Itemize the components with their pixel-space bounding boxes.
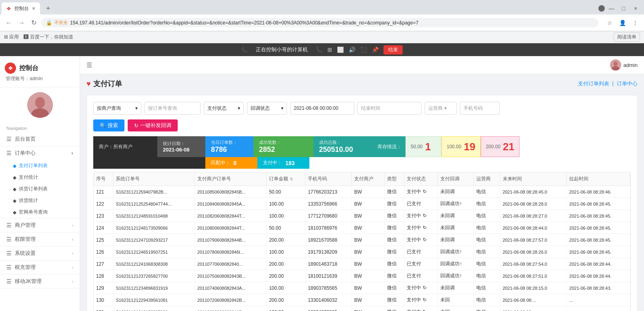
address-bar-input[interactable]: 🔒 不安全 154.197.48.141/admin/order/listOrd… (41, 18, 598, 27)
new-tab-btn[interactable]: + (42, 3, 54, 14)
settings-btn[interactable]: ⋮ (630, 18, 640, 28)
bookmark-btn[interactable]: ☆ (605, 18, 614, 28)
sidebar-item-system[interactable]: ☰ 系统设置 › (0, 246, 80, 260)
sidebar-item-supply-stats[interactable]: ◆ 供货统计 (6, 195, 80, 206)
cell-carrier[interactable]: 电信 (473, 246, 500, 258)
end-time-filter[interactable]: 结束时间 (357, 102, 421, 115)
success-count-label: 成功笔数： (259, 139, 308, 145)
cell-carrier[interactable]: 电信 (473, 294, 500, 306)
cell-carrier[interactable]: 电信 (473, 258, 500, 270)
cell-merchant-order: 20110780608082846I... (195, 246, 267, 258)
col-sys-order: 系统订单号 (113, 172, 195, 186)
carrier-filter[interactable]: 运营商 ▾ (425, 102, 457, 115)
cell-end-time: 2021-06-08 08:28:45.0 (500, 186, 567, 198)
table-row[interactable]: 123 S16231121248591010498 20110820608082… (94, 210, 630, 222)
minimize-btn[interactable]: — (606, 3, 617, 14)
cell-carrier[interactable]: 电信 (473, 270, 500, 282)
cell-amount: 100.00 (267, 210, 305, 222)
table-row[interactable]: 122 S16231121252548047744... 20110840608… (94, 198, 630, 210)
search-icon: 🔍 (100, 123, 106, 129)
table-row[interactable]: 124 S16231121248173509066 20110800608082… (94, 222, 630, 234)
refresh-btn[interactable]: ↻ (30, 18, 38, 27)
sidebar-item-perm[interactable]: ☰ 权限管理 › (0, 232, 80, 246)
col-phone: 手机号码 (305, 172, 352, 186)
cell-type: 微信 (384, 246, 404, 258)
remote-banner: 📞 正在控制小哥的计算机 📞 ⊞ ⬜ 🔊 ⬛ 📌 结束 (0, 43, 644, 56)
cell-merchant: BW (352, 198, 385, 210)
cell-merchant-order: 20110840608082845A... (195, 198, 267, 210)
sidebar: ❖ 控制台 管理账号：admin Navigation ☰ 后台首页 (0, 56, 80, 311)
table-row[interactable]: 121 S16231121259407982B... 2011085060808… (94, 186, 630, 198)
sidebar-item-supply-list[interactable]: ◆ 供货订单列表 (6, 183, 80, 195)
cell-carrier[interactable]: 电信 (473, 282, 500, 294)
col-merchant: 支付商户 (352, 172, 385, 186)
order-number-filter[interactable]: 按订单号查询 (144, 102, 201, 115)
cell-end-time: 2021-06-08 08:28:27.0 (500, 210, 567, 222)
cell-carrier[interactable]: 电信 (473, 306, 500, 311)
cell-carrier[interactable]: 电信 (473, 198, 500, 210)
perm-label: 权限管理 (15, 236, 36, 243)
cell-seq: 124 (94, 222, 113, 234)
toolbar-apps[interactable]: ⊞ 应用 (4, 34, 19, 40)
profile-btn[interactable]: 👤 (618, 18, 627, 28)
resend-btn[interactable]: ↻ 一键补发回调 (128, 119, 178, 131)
phone-filter[interactable]: 手机号码 (460, 102, 500, 115)
table-row[interactable]: 126 S16231121246519507251 20110780608082… (94, 246, 630, 258)
orders-menu-icon: ☰ (6, 150, 12, 156)
start-time-filter[interactable]: 2021-06-08 00:00:00 (290, 102, 354, 115)
tab-close-btn[interactable]: × (32, 5, 35, 12)
sidebar-item-payment-list[interactable]: ◆ 支付订单列表 (6, 160, 80, 172)
col-amount[interactable]: 订单金额 ⇅ (267, 172, 305, 186)
back-btn[interactable]: ← (4, 18, 14, 27)
bottom-spacer (93, 157, 205, 169)
orders-submenu: ◆ 支付订单列表 ◆ 支付统计 ◆ 供货订单列表 ◆ 供货统计 ◆ 官网单号 (0, 160, 80, 218)
sidebar-item-orders[interactable]: ☰ 订单中心 ▾ (0, 146, 80, 160)
cell-carrier[interactable]: 电信 (473, 222, 500, 234)
remote-icon-6[interactable]: 📌 (372, 46, 379, 53)
search-btn[interactable]: 🔍 搜索 (93, 119, 124, 131)
end-remote-btn[interactable]: 结束 (383, 45, 403, 55)
table-row[interactable]: 125 S16231121247109293217 20110790608082… (94, 234, 630, 246)
browser-tab[interactable]: ❖ 控制台 × (2, 2, 40, 14)
remote-icon-3[interactable]: ⬜ (337, 46, 344, 53)
cell-end-time: 2021-06-08 08:28:44.0 (500, 222, 567, 234)
merchant-filter[interactable]: 按商户查询 ▾ (93, 102, 141, 115)
col-carrier: 运营商 (473, 172, 500, 186)
cell-carrier[interactable]: 电信 (473, 186, 500, 198)
close-btn[interactable]: × (630, 3, 641, 14)
cell-sys-order: S16231121212156287939 (113, 306, 195, 311)
breadcrumb-order[interactable]: 订单中心 (617, 80, 638, 87)
cell-end-time: 2021-06-08 08:27:57.0 (500, 234, 567, 246)
table-row[interactable]: 130 S16231121229439561081 20110720608082… (94, 294, 630, 306)
sidebar-item-payment-stats[interactable]: ◆ 支付统计 (6, 172, 80, 183)
remote-icon-1[interactable]: 📞 (316, 46, 323, 53)
table-row[interactable]: 129 S16231121234896831919 20110740608082… (94, 282, 630, 294)
table-row[interactable]: 131 S16231121212156287939 20110690608082… (94, 306, 630, 311)
sidebar-item-home[interactable]: ☰ 后台首页 (0, 132, 80, 146)
remote-icon-5[interactable]: ⬛ (360, 46, 367, 53)
reading-mode-btn[interactable]: 阅读清单 (614, 32, 640, 42)
cell-carrier[interactable]: 电信 (473, 234, 500, 246)
browser-menu-btn[interactable] (598, 5, 605, 12)
sidebar-item-merchant[interactable]: ☰ 商户管理 › (0, 218, 80, 232)
sidebar-item-mobile[interactable]: ☰ 移动JK管理 › (0, 275, 80, 288)
payment-status-filter[interactable]: 支付状态 ▾ (204, 102, 244, 115)
maximize-btn[interactable]: □ (618, 3, 629, 14)
cell-merchant: BW (352, 210, 385, 222)
url-text: 154.197.48.141/admin/order/listOrder?ord… (70, 20, 594, 26)
daily-orders-label: 当日订单数： (211, 139, 248, 145)
table-row[interactable]: 127 S16231121241068308308 20110770608082… (94, 258, 630, 270)
table-row[interactable]: 128 S16231121237265827700 20110750608082… (94, 270, 630, 282)
remote-icon-2[interactable]: ⊞ (327, 46, 332, 53)
cell-carrier[interactable]: 电信 (473, 210, 500, 222)
callback-status-filter[interactable]: 回调状态 ▾ (247, 102, 287, 115)
sidebar-item-balance[interactable]: ☰ 框充管理 › (0, 261, 80, 274)
toolbar-baidu[interactable]: 🅱 百度一下，你就知道 (24, 34, 73, 40)
breadcrumb-list[interactable]: 支付订单列表 (578, 80, 609, 87)
sidebar-toggle-btn[interactable]: ☰ (86, 61, 92, 69)
sidebar-item-query-order[interactable]: ◆ 官网单号查询 (6, 206, 80, 218)
cell-seq: 125 (94, 234, 113, 246)
remote-icon-4[interactable]: 🔊 (349, 46, 355, 53)
forward-btn[interactable]: → (17, 18, 26, 27)
cell-phone: 18921670588 (305, 234, 352, 246)
